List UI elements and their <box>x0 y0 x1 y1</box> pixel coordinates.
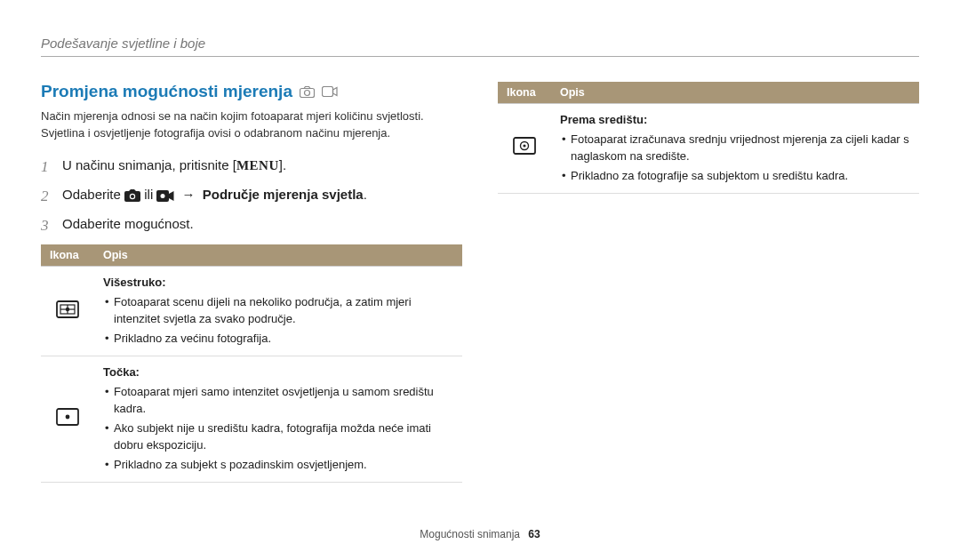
column-right: Ikona Opis Prema središtu: Fotoaparat iz… <box>498 82 919 483</box>
list-item: Prikladno za subjekt s pozadinskim osvje… <box>103 456 453 474</box>
column-left: Promjena mogućnosti mjerenja Način mjere… <box>41 82 462 483</box>
table-row: Točka: Fotoaparat mjeri samo intenzitet … <box>41 356 462 483</box>
list-item: Prikladno za većinu fotografija. <box>103 330 453 348</box>
intro-line-2: Svjetlina i osvjetljenje fotografija ovi… <box>41 126 390 140</box>
photo-mode-icon <box>300 86 315 98</box>
footer-section: Mogućnosti snimanja <box>420 528 520 540</box>
page: Podešavanje svjetline i boje Promjena mo… <box>0 0 960 560</box>
step-1: 1 U načinu snimanja, pritisnite [MENU]. <box>41 155 462 179</box>
step-2-bold: Područje mjerenja svjetla <box>203 187 364 202</box>
multi-metering-icon <box>41 267 94 356</box>
col-header-desc: Opis <box>94 244 462 267</box>
list-item: Fotoaparat scenu dijeli na nekoliko podr… <box>103 293 453 328</box>
step-1-post: ]. <box>279 157 286 172</box>
menu-button-label: MENU <box>236 158 279 172</box>
heading-text: Promjena mogućnosti mjerenja <box>41 82 292 101</box>
col-header-icon: Ikona <box>41 244 94 267</box>
step-1-pre: U načinu snimanja, pritisnite [ <box>62 157 236 172</box>
svg-point-7 <box>161 194 165 198</box>
step-3-text: Odaberite mogućnost. <box>62 213 194 235</box>
step-2-or: ili <box>144 187 156 202</box>
row-title: Višestruko: <box>103 276 166 289</box>
row-title: Točka: <box>103 365 140 379</box>
step-number: 3 <box>41 213 53 237</box>
breadcrumb: Podešavanje svjetline i boje <box>41 36 919 57</box>
col-header-icon: Ikona <box>498 82 551 104</box>
row-desc: Točka: Fotoaparat mjeri samo intenzitet … <box>94 356 462 483</box>
list-item: Fotoaparat izračunava srednju vrijednost… <box>560 131 910 165</box>
svg-point-5 <box>131 195 134 198</box>
page-number: 63 <box>528 528 540 540</box>
step-2-text: Odaberite ili → Područje mjerenja svjetl… <box>62 184 367 205</box>
step-2-pre: Odaberite <box>62 187 124 202</box>
step-number: 1 <box>41 155 53 179</box>
step-number: 2 <box>41 184 53 208</box>
step-2: 2 Odaberite ili → Područje mjerenja svje… <box>41 184 462 208</box>
video-mode-icon <box>322 86 338 97</box>
row1-title-text: Višestruko <box>103 276 162 289</box>
row2-title-text: Točka <box>103 365 136 379</box>
list-item: Ako subjekt nije u središtu kadra, fotog… <box>103 420 453 454</box>
row-desc: Višestruko: Fotoaparat scenu dijeli na n… <box>94 267 462 356</box>
row-title: Prema središtu: <box>560 113 647 126</box>
arrow-icon: → <box>182 187 196 202</box>
row3-title-text: Prema središtu <box>560 113 644 126</box>
table-row: Višestruko: Fotoaparat scenu dijeli na n… <box>41 267 462 356</box>
step-2-end: . <box>364 187 367 202</box>
svg-rect-2 <box>322 87 332 97</box>
intro-line-1: Način mjerenja odnosi se na način kojim … <box>41 109 424 123</box>
table-row: Prema središtu: Fotoaparat izračunava sr… <box>498 104 919 194</box>
spot-metering-icon <box>41 356 94 483</box>
svg-point-12 <box>66 307 69 310</box>
page-footer: Mogućnosti snimanja 63 <box>0 528 960 540</box>
steps-list: 1 U načinu snimanja, pritisnite [MENU]. … <box>41 155 462 238</box>
options-table-left: Ikona Opis Višestruko: Fotoaparat scenu … <box>41 244 462 483</box>
svg-point-14 <box>66 415 70 420</box>
content-columns: Promjena mogućnosti mjerenja Način mjere… <box>41 82 919 483</box>
video-icon <box>156 187 178 202</box>
list-item: Prikladno za fotografije sa subjektom u … <box>560 167 910 185</box>
row1-bullets: Fotoaparat scenu dijeli na nekoliko podr… <box>103 293 453 348</box>
intro-text: Način mjerenja odnosi se na način kojim … <box>41 108 462 142</box>
step-1-text: U načinu snimanja, pritisnite [MENU]. <box>62 155 286 176</box>
section-heading: Promjena mogućnosti mjerenja <box>41 82 462 101</box>
svg-point-1 <box>304 90 309 95</box>
list-item: Fotoaparat mjeri samo intenzitet osvjetl… <box>103 383 453 418</box>
step-3: 3 Odaberite mogućnost. <box>41 213 462 237</box>
row3-bullets: Fotoaparat izračunava srednju vrijednost… <box>560 131 910 185</box>
photo-icon <box>124 187 144 202</box>
svg-point-17 <box>523 145 525 148</box>
col-header-desc: Opis <box>551 82 919 104</box>
options-table-right: Ikona Opis Prema središtu: Fotoaparat iz… <box>498 82 919 194</box>
center-metering-icon <box>498 104 551 194</box>
row-desc: Prema središtu: Fotoaparat izračunava sr… <box>551 104 919 194</box>
row2-bullets: Fotoaparat mjeri samo intenzitet osvjetl… <box>103 383 453 474</box>
